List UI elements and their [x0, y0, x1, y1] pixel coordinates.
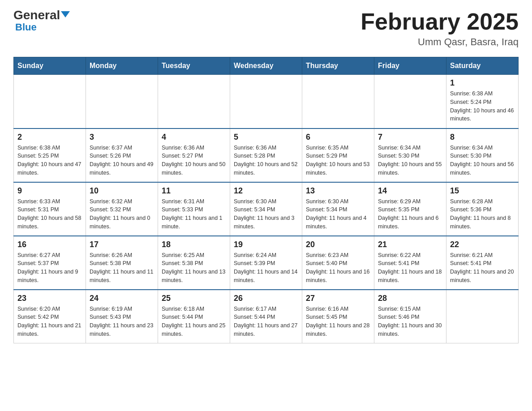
table-row: 25Sunrise: 6:18 AMSunset: 5:44 PMDayligh… [158, 290, 230, 343]
title-block: February 2025 Umm Qasr, Basra, Iraq [360, 9, 519, 48]
col-saturday: Saturday [446, 57, 519, 75]
day-number: 9 [17, 186, 82, 196]
table-row [446, 290, 519, 343]
day-info: Sunrise: 6:16 AMSunset: 5:45 PMDaylight:… [306, 305, 370, 338]
day-number: 14 [378, 186, 442, 196]
calendar-week-row: 9Sunrise: 6:33 AMSunset: 5:31 PMDaylight… [14, 182, 519, 236]
day-number: 12 [234, 186, 298, 196]
day-number: 27 [306, 294, 370, 303]
day-info: Sunrise: 6:22 AMSunset: 5:41 PMDaylight:… [378, 251, 442, 285]
day-info: Sunrise: 6:26 AMSunset: 5:38 PMDaylight:… [90, 251, 154, 285]
day-info: Sunrise: 6:31 AMSunset: 5:33 PMDaylight:… [162, 197, 226, 231]
day-info: Sunrise: 6:38 AMSunset: 5:25 PMDaylight:… [17, 144, 82, 177]
day-info: Sunrise: 6:17 AMSunset: 5:44 PMDaylight:… [234, 305, 298, 338]
calendar-header-row: Sunday Monday Tuesday Wednesday Thursday… [14, 57, 519, 75]
day-number: 23 [17, 294, 82, 303]
day-number: 8 [450, 133, 515, 142]
table-row: 3Sunrise: 6:37 AMSunset: 5:26 PMDaylight… [86, 128, 158, 182]
table-row: 14Sunrise: 6:29 AMSunset: 5:35 PMDayligh… [374, 182, 446, 236]
col-tuesday: Tuesday [158, 57, 230, 75]
table-row [374, 75, 446, 128]
logo-blue-text: Blue [15, 21, 37, 33]
day-number: 28 [378, 294, 442, 303]
calendar-table: Sunday Monday Tuesday Wednesday Thursday… [13, 57, 519, 343]
day-number: 6 [306, 133, 370, 142]
day-info: Sunrise: 6:25 AMSunset: 5:38 PMDaylight:… [162, 251, 226, 285]
table-row [86, 75, 158, 128]
day-info: Sunrise: 6:34 AMSunset: 5:30 PMDaylight:… [378, 144, 442, 177]
day-number: 17 [90, 240, 154, 249]
table-row: 12Sunrise: 6:30 AMSunset: 5:34 PMDayligh… [230, 182, 302, 236]
day-number: 11 [162, 186, 226, 196]
table-row [14, 75, 86, 128]
calendar-week-row: 1Sunrise: 6:38 AMSunset: 5:24 PMDaylight… [14, 75, 519, 128]
day-number: 13 [306, 186, 370, 196]
day-number: 19 [234, 240, 298, 249]
calendar-week-row: 16Sunrise: 6:27 AMSunset: 5:37 PMDayligh… [14, 236, 519, 290]
table-row: 26Sunrise: 6:17 AMSunset: 5:44 PMDayligh… [230, 290, 302, 343]
logo: General Blue [13, 9, 70, 33]
table-row: 23Sunrise: 6:20 AMSunset: 5:42 PMDayligh… [14, 290, 86, 343]
table-row [302, 75, 374, 128]
day-info: Sunrise: 6:33 AMSunset: 5:31 PMDaylight:… [17, 197, 82, 231]
day-info: Sunrise: 6:23 AMSunset: 5:40 PMDaylight:… [306, 251, 370, 285]
table-row: 4Sunrise: 6:36 AMSunset: 5:27 PMDaylight… [158, 128, 230, 182]
day-info: Sunrise: 6:20 AMSunset: 5:42 PMDaylight:… [17, 305, 82, 338]
day-number: 18 [162, 240, 226, 249]
table-row: 13Sunrise: 6:30 AMSunset: 5:34 PMDayligh… [302, 182, 374, 236]
day-number: 10 [90, 186, 154, 196]
table-row: 9Sunrise: 6:33 AMSunset: 5:31 PMDaylight… [14, 182, 86, 236]
day-info: Sunrise: 6:28 AMSunset: 5:36 PMDaylight:… [450, 197, 515, 231]
day-number: 16 [17, 240, 82, 249]
table-row: 19Sunrise: 6:24 AMSunset: 5:39 PMDayligh… [230, 236, 302, 290]
table-row [158, 75, 230, 128]
day-number: 26 [234, 294, 298, 303]
table-row: 21Sunrise: 6:22 AMSunset: 5:41 PMDayligh… [374, 236, 446, 290]
day-info: Sunrise: 6:15 AMSunset: 5:46 PMDaylight:… [378, 305, 442, 338]
day-info: Sunrise: 6:18 AMSunset: 5:44 PMDaylight:… [162, 305, 226, 338]
table-row: 15Sunrise: 6:28 AMSunset: 5:36 PMDayligh… [446, 182, 519, 236]
table-row: 16Sunrise: 6:27 AMSunset: 5:37 PMDayligh… [14, 236, 86, 290]
table-row: 27Sunrise: 6:16 AMSunset: 5:45 PMDayligh… [302, 290, 374, 343]
calendar-week-row: 23Sunrise: 6:20 AMSunset: 5:42 PMDayligh… [14, 290, 519, 343]
day-number: 5 [234, 133, 298, 142]
day-info: Sunrise: 6:35 AMSunset: 5:29 PMDaylight:… [306, 144, 370, 177]
table-row: 17Sunrise: 6:26 AMSunset: 5:38 PMDayligh… [86, 236, 158, 290]
table-row: 7Sunrise: 6:34 AMSunset: 5:30 PMDaylight… [374, 128, 446, 182]
day-info: Sunrise: 6:37 AMSunset: 5:26 PMDaylight:… [90, 144, 154, 177]
day-info: Sunrise: 6:30 AMSunset: 5:34 PMDaylight:… [306, 197, 370, 231]
day-number: 15 [450, 186, 515, 196]
col-monday: Monday [86, 57, 158, 75]
day-number: 4 [162, 133, 226, 142]
day-number: 7 [378, 133, 442, 142]
day-number: 24 [90, 294, 154, 303]
col-wednesday: Wednesday [230, 57, 302, 75]
day-info: Sunrise: 6:30 AMSunset: 5:34 PMDaylight:… [234, 197, 298, 231]
logo-triangle-icon [61, 11, 70, 17]
table-row: 6Sunrise: 6:35 AMSunset: 5:29 PMDaylight… [302, 128, 374, 182]
location-subtitle: Umm Qasr, Basra, Iraq [360, 36, 519, 48]
table-row: 11Sunrise: 6:31 AMSunset: 5:33 PMDayligh… [158, 182, 230, 236]
main-title: February 2025 [360, 9, 519, 34]
day-info: Sunrise: 6:29 AMSunset: 5:35 PMDaylight:… [378, 197, 442, 231]
table-row [230, 75, 302, 128]
table-row: 24Sunrise: 6:19 AMSunset: 5:43 PMDayligh… [86, 290, 158, 343]
day-number: 2 [17, 133, 82, 142]
table-row: 2Sunrise: 6:38 AMSunset: 5:25 PMDaylight… [14, 128, 86, 182]
logo-general-text: General [13, 9, 70, 21]
table-row: 18Sunrise: 6:25 AMSunset: 5:38 PMDayligh… [158, 236, 230, 290]
page-header: General Blue February 2025 Umm Qasr, Bas… [13, 9, 519, 48]
col-thursday: Thursday [302, 57, 374, 75]
day-info: Sunrise: 6:24 AMSunset: 5:39 PMDaylight:… [234, 251, 298, 285]
col-friday: Friday [374, 57, 446, 75]
day-info: Sunrise: 6:27 AMSunset: 5:37 PMDaylight:… [17, 251, 82, 285]
day-number: 20 [306, 240, 370, 249]
table-row: 20Sunrise: 6:23 AMSunset: 5:40 PMDayligh… [302, 236, 374, 290]
table-row: 8Sunrise: 6:34 AMSunset: 5:30 PMDaylight… [446, 128, 519, 182]
day-info: Sunrise: 6:19 AMSunset: 5:43 PMDaylight:… [90, 305, 154, 338]
day-info: Sunrise: 6:32 AMSunset: 5:32 PMDaylight:… [90, 197, 154, 231]
day-number: 22 [450, 240, 515, 249]
day-info: Sunrise: 6:36 AMSunset: 5:27 PMDaylight:… [162, 144, 226, 177]
table-row: 22Sunrise: 6:21 AMSunset: 5:41 PMDayligh… [446, 236, 519, 290]
day-number: 1 [450, 78, 515, 88]
